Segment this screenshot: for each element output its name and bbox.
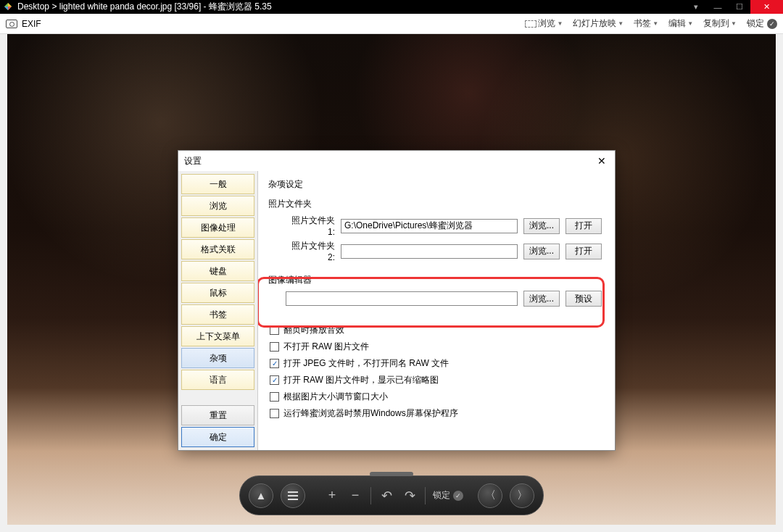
slideshow-menu[interactable]: 幻灯片放映▼ (573, 17, 624, 30)
jpeg-raw-label: 打开 JPEG 文件时，不打开同名 RAW 文件 (283, 357, 449, 370)
breadcrumb-root[interactable]: Desktop (17, 1, 49, 12)
folder2-input[interactable] (341, 244, 518, 259)
main-toolbar: EXIF 浏览▼ 幻灯片放映▼ 书签▼ 编辑▼ 复制到▼ 锁定 ✓ (0, 14, 783, 34)
settings-sidebar: 一般 浏览 图像处理 格式关联 键盘 鼠标 书签 上下文菜单 杂项 语言 重置 … (178, 171, 258, 450)
jpeg-raw-checkbox[interactable]: ✓ (270, 359, 279, 368)
svg-marker-1 (8, 3, 12, 7)
no-raw-label: 不打开 RAW 图片文件 (283, 341, 369, 353)
divider (370, 487, 371, 504)
browse-menu[interactable]: 浏览▼ (525, 17, 563, 30)
camera-icon[interactable] (6, 20, 17, 28)
folder1-browse-button[interactable]: 浏览... (523, 218, 560, 234)
tab-misc[interactable]: 杂项 (181, 348, 254, 368)
check-circle-icon: ✓ (767, 19, 777, 29)
svg-marker-3 (8, 7, 12, 10)
folder2-browse-button[interactable]: 浏览... (523, 244, 560, 259)
screensaver-checkbox[interactable] (270, 409, 279, 418)
resize-win-label: 根据图片大小调节窗口大小 (283, 391, 388, 403)
tab-keyboard[interactable]: 键盘 (181, 261, 254, 281)
app-icon (3, 2, 13, 12)
dialog-titlebar: 设置 ✕ (178, 151, 615, 171)
tab-mouse[interactable]: 鼠标 (181, 283, 254, 303)
prev-button[interactable]: 〈 (478, 483, 502, 508)
folder1-row: 照片文件夹 1: 浏览... 打开 (286, 215, 602, 237)
settings-content: 杂项设定 照片文件夹 照片文件夹 1: 浏览... 打开 照片文件夹 2: 浏览… (258, 171, 615, 450)
lock-menu[interactable]: 锁定 ✓ (747, 17, 777, 30)
tab-general[interactable]: 一般 (181, 174, 254, 194)
rotate-right-button[interactable]: ↷ (402, 488, 418, 504)
exif-button[interactable]: EXIF (22, 19, 41, 29)
window-titlebar: Desktop > lighted white panda decor.jpg … (0, 0, 783, 14)
folder1-input[interactable] (341, 219, 518, 233)
dialog-close-button[interactable]: ✕ (594, 155, 609, 167)
photo-folder-group: 照片文件夹 (268, 198, 602, 210)
zoom-in-button[interactable]: + (324, 488, 340, 503)
window-hide-button[interactable]: ▾ (685, 0, 707, 14)
zoom-out-button[interactable]: − (347, 488, 363, 503)
folder1-label: 照片文件夹 1: (286, 215, 335, 237)
sound-checkbox[interactable] (270, 325, 279, 335)
no-raw-checkbox[interactable] (270, 342, 279, 352)
menu-button[interactable] (281, 483, 305, 508)
tab-assoc[interactable]: 格式关联 (181, 239, 254, 259)
title-appname: 蜂蜜浏览器 5.35 (209, 1, 272, 12)
rotate-left-button[interactable]: ↶ (378, 488, 394, 504)
window-minimize-button[interactable]: — (707, 0, 729, 14)
sound-label: 翻页时播放音效 (283, 324, 344, 336)
section-title: 杂项设定 (268, 178, 602, 191)
breadcrumb-sep: > (51, 1, 57, 12)
folder2-row: 照片文件夹 2: 浏览... 打开 (286, 240, 602, 262)
eject-button[interactable]: ▲ (249, 483, 273, 508)
window-maximize-button[interactable]: ☐ (729, 0, 750, 14)
folder1-open-button[interactable]: 打开 (566, 218, 602, 234)
tab-bookmark[interactable]: 书签 (181, 304, 254, 325)
ok-button[interactable]: 确定 (181, 427, 254, 447)
bookmark-menu[interactable]: 书签▼ (634, 17, 658, 30)
folder2-open-button[interactable]: 打开 (566, 244, 602, 259)
svg-marker-2 (4, 7, 8, 10)
resize-win-checkbox[interactable] (270, 392, 279, 402)
lock-toggle[interactable]: 锁定 ✓ (433, 489, 463, 502)
edit-menu[interactable]: 编辑▼ (668, 17, 693, 30)
title-filename: lighted white panda decor.jpg (59, 1, 172, 12)
editor-preset-button[interactable]: 预设 (566, 291, 602, 307)
viewer-control-bar: ▲ + − ↶ ↷ 锁定 ✓ 〈 〉 (239, 475, 544, 515)
next-button[interactable]: 〉 (510, 483, 534, 508)
tab-imageproc[interactable]: 图像处理 (181, 217, 254, 238)
image-viewer: 设置 ✕ 一般 浏览 图像处理 格式关联 键盘 鼠标 书签 上下文菜单 杂项 语… (7, 34, 776, 525)
editor-browse-button[interactable]: 浏览... (523, 291, 560, 307)
tab-context[interactable]: 上下文菜单 (181, 326, 254, 346)
editor-input[interactable] (286, 291, 518, 306)
drag-handle[interactable] (370, 472, 413, 476)
dialog-title: 设置 (184, 155, 202, 167)
menu-icon (288, 491, 298, 500)
selection-icon (525, 20, 536, 28)
editor-group: 图像编辑器 (268, 274, 602, 286)
reset-button[interactable]: 重置 (181, 405, 254, 425)
settings-dialog: 设置 ✕ 一般 浏览 图像处理 格式关联 键盘 鼠标 书签 上下文菜单 杂项 语… (178, 150, 616, 451)
check-circle-icon: ✓ (453, 491, 463, 501)
window-close-button[interactable]: ✕ (750, 0, 783, 14)
tab-browse[interactable]: 浏览 (181, 196, 254, 216)
raw-thumb-checkbox[interactable]: ✓ (270, 375, 279, 385)
editor-row: 浏览... 预设 (286, 291, 602, 307)
divider (425, 487, 426, 504)
raw-thumb-label: 打开 RAW 图片文件时，显示已有缩略图 (283, 374, 439, 386)
title-counter: [33/96] (175, 1, 202, 12)
folder2-label: 照片文件夹 2: (286, 240, 335, 262)
tab-language[interactable]: 语言 (181, 370, 254, 390)
copyto-menu[interactable]: 复制到▼ (703, 17, 737, 30)
screensaver-label: 运行蜂蜜浏览器时禁用Windows屏幕保护程序 (283, 407, 458, 420)
